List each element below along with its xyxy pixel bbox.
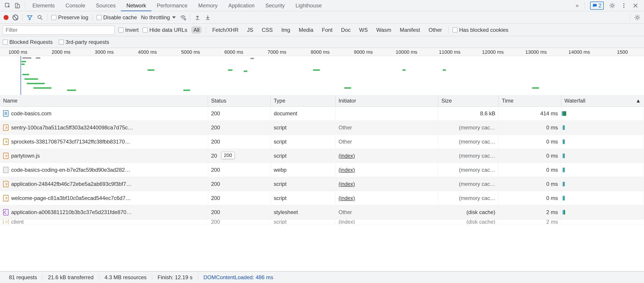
hide-data-urls-checkbox[interactable]: Hide data URLs [143,27,187,33]
table-row[interactable]: partytown.js20script(index)(memory cac…0… [0,149,644,163]
disable-cache-checkbox[interactable]: Disable cache [96,14,137,21]
tab-memory[interactable]: Memory [193,0,223,11]
col-waterfall[interactable]: Waterfall ▲ [561,95,644,106]
kebab-menu-icon[interactable] [621,3,627,9]
table-body: code-basics.com200document8.6 kB414 msse… [0,107,644,271]
has-blocked-cookies-checkbox[interactable]: Has blocked cookies [452,27,508,33]
type-chip-css[interactable]: CSS [260,27,275,34]
table-row[interactable]: code-basics-coding-en-b7e2fac59bd90e3ad2… [0,163,644,177]
cell-type: document [270,107,336,120]
type-chip-ws[interactable]: WS [357,27,370,34]
type-chip-manifest[interactable]: Manifest [398,27,422,34]
timeline-tick: 1000 ms [8,49,27,55]
cell-status: 200 [208,107,270,120]
col-name[interactable]: Name [0,95,208,106]
cell-size: (memory cac… [438,135,499,149]
tab-security[interactable]: Security [260,0,290,11]
type-chip-all[interactable]: All [191,27,202,34]
table-header: Name Status Type Initiator Size Time Wat… [0,95,644,107]
device-toggle-icon[interactable] [14,3,20,9]
col-type[interactable]: Type [270,95,336,106]
clear-button[interactable] [12,15,18,20]
issues-badge[interactable]: 2 [590,2,604,10]
timeline-overview[interactable]: 1000 ms2000 ms3000 ms4000 ms5000 ms6000 … [0,48,644,95]
status-transferred: 21.6 kB transferred [42,274,99,280]
timeline-tick: 9000 ms [354,49,373,55]
doc-file-icon [3,110,8,117]
timeline-tick: 11000 ms [439,49,461,55]
tab-sources[interactable]: Sources [90,0,121,11]
tab-network[interactable]: Network [121,0,152,11]
type-chip-doc[interactable]: Doc [339,27,353,34]
cell-type: script [270,135,336,149]
search-icon[interactable] [37,14,43,21]
type-chip-other[interactable]: Other [426,27,444,34]
status-finish: Finish: 12.19 s [152,274,198,280]
cell-status: 200 [208,163,270,177]
filter-icon[interactable] [26,14,33,21]
col-status[interactable]: Status [208,95,270,106]
network-conditions-icon[interactable] [180,14,186,21]
preserve-log-checkbox[interactable]: Preserve log [52,14,88,21]
sort-asc-icon: ▲ [636,98,641,104]
cell-name: code-basics.com [0,107,208,120]
more-tabs-icon[interactable]: » [572,3,582,9]
tab-performance[interactable]: Performance [152,0,193,11]
close-icon[interactable] [632,3,639,9]
table-row[interactable]: application-a0063811210b3b3c37e5d231fde8… [0,205,644,219]
col-time[interactable]: Time [499,95,561,106]
throttling-select[interactable]: No throttling [141,14,176,21]
cell-size: (memory cac… [438,191,499,205]
type-chip-font[interactable]: Font [320,27,335,34]
type-chip-media[interactable]: Media [296,27,316,34]
table-row[interactable]: application-248442fb46c72ebe5a2ab693c9f3… [0,177,644,191]
tab-application[interactable]: Application [223,0,260,11]
cell-name: partytown.js [0,149,208,163]
svg-point-6 [624,7,624,8]
type-chip-js[interactable]: JS [245,27,256,34]
tab-bar-left-icons [2,3,23,9]
cell-size: (disk cache) [438,205,499,219]
record-button[interactable] [4,15,8,20]
cell-time: 0 ms [499,149,561,163]
table-row[interactable]: sprockets-338170875743cf71342ffc38fbb831… [0,135,644,149]
table-row[interactable]: welcome-page-c81a3bf10c0a5ecad544ec7c6d7… [0,191,644,205]
cell-name: sprockets-338170875743cf71342ffc38fbb831… [0,135,208,149]
cell-type: script [270,149,336,163]
third-party-checkbox[interactable]: 3rd-party requests [59,39,109,45]
table-row[interactable]: sentry-100ca7ba511ac5ff303a32440098ca7d7… [0,121,644,135]
col-size[interactable]: Size [438,95,499,106]
svg-point-8 [184,18,186,20]
tab-console[interactable]: Console [60,0,90,11]
cell-time: 414 ms [499,107,561,120]
tab-lighthouse[interactable]: Lighthouse [290,0,327,11]
gear-icon[interactable] [609,3,616,9]
cell-status: 200 [208,177,270,191]
col-initiator[interactable]: Initiator [336,95,438,106]
chevron-down-icon [172,16,176,19]
cell-size: (memory cac… [438,149,499,163]
cell-type: script [270,191,336,205]
status-domcontentloaded: DOMContentLoaded: 486 ms [198,274,278,280]
tab-bar-right-icons: 2 [586,2,642,10]
type-chip-img[interactable]: Img [279,27,292,34]
inspect-element-icon[interactable] [4,3,11,9]
status-resources: 4.3 MB resources [99,274,152,280]
invert-checkbox[interactable]: Invert [118,27,139,33]
tab-elements[interactable]: Elements [27,0,60,11]
download-har-icon[interactable] [204,14,211,21]
type-chip-fetchxhr[interactable]: Fetch/XHR [210,27,240,34]
cell-status: 20 [208,149,270,163]
table-row[interactable]: code-basics.com200document8.6 kB414 ms [0,107,644,121]
type-chip-wasm[interactable]: Wasm [374,27,394,34]
table-row[interactable]: client200script(index)(disk cache)2 ms [0,219,644,224]
devtools-tab-bar: ElementsConsoleSourcesNetworkPerformance… [0,0,644,11]
upload-har-icon[interactable] [194,14,200,21]
cell-initiator: Other [336,135,438,149]
filter-input[interactable] [3,26,114,35]
settings-gear-icon[interactable] [634,14,640,21]
blocked-requests-checkbox[interactable]: Blocked Requests [3,39,52,45]
cell-time: 2 ms [499,205,561,219]
cell-initiator: (index) [336,149,438,163]
cell-initiator: (index) [336,177,438,191]
